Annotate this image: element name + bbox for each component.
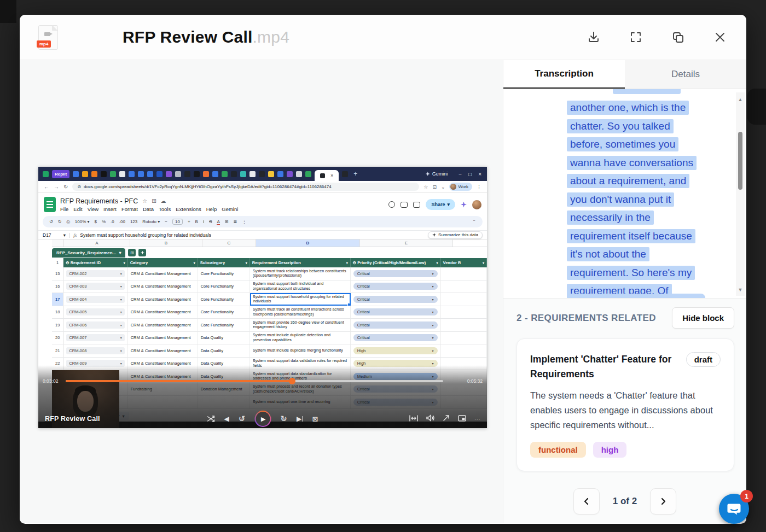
browser-tab-favicon[interactable]: [296, 171, 302, 177]
menu-format[interactable]: Format: [121, 206, 138, 212]
search-tabs-icon[interactable]: ⌄: [441, 184, 445, 190]
browser-tab-favicon[interactable]: [156, 171, 163, 177]
toolbar-item[interactable]: ⎙: [66, 219, 69, 225]
sheet-cell[interactable]: CRM-004▾: [63, 293, 127, 306]
sheet-cell[interactable]: [441, 332, 487, 344]
fit-width-button[interactable]: [409, 414, 418, 424]
copy-button[interactable]: [670, 30, 686, 45]
menu-data[interactable]: Data: [143, 206, 154, 212]
browser-tab-favicon[interactable]: [184, 171, 190, 177]
table-header-cell[interactable]: Requirement Description▾: [250, 258, 351, 267]
sheet-cell[interactable]: System must support household grouping f…: [250, 293, 351, 306]
sheet-cell[interactable]: Core Functionality: [198, 293, 250, 306]
sheets-doc-title[interactable]: RFP Requirements - PFC ☆ ⊞ ☁: [60, 197, 238, 205]
more-options-button[interactable]: ⋯: [474, 416, 480, 423]
sheet-cell[interactable]: Data Quality: [198, 332, 250, 344]
toolbar-item[interactable]: I: [203, 219, 204, 224]
window-controls[interactable]: −□×: [459, 171, 481, 177]
next-button[interactable]: ▶: [297, 415, 303, 423]
browser-tab-favicon[interactable]: [194, 171, 200, 177]
transcript-line[interactable]: about a requirement, and: [567, 172, 713, 191]
transcript-line[interactable]: it's not about the: [567, 245, 713, 264]
toolbar-item[interactable]: A: [217, 219, 219, 225]
sheet-cell[interactable]: Core Functionality: [198, 319, 250, 331]
transcript-line[interactable]: another one, which is the: [567, 99, 713, 118]
browser-tab-favicon[interactable]: [268, 171, 274, 177]
table-header-cell[interactable]: Category▾: [128, 258, 198, 267]
table-header-cell[interactable]: Subcategory▾: [198, 258, 250, 267]
transcript-line[interactable]: you don't wanna put it: [567, 191, 713, 209]
sheet-cell[interactable]: [441, 267, 487, 280]
toolbar-item[interactable]: +: [188, 219, 190, 224]
table-tools-icon[interactable]: ⊞: [128, 249, 136, 256]
sheet-tab[interactable]: RFP_Security_Requiremen...▾: [52, 248, 125, 258]
browser-tab-favicon[interactable]: [91, 171, 97, 177]
menu-insert[interactable]: Insert: [103, 206, 117, 212]
sheet-row[interactable]: 16CRM-003▾CRM & Constituent ManagementCo…: [52, 280, 487, 294]
browser-tab-favicon[interactable]: [147, 171, 153, 177]
tab-details[interactable]: Details: [625, 60, 746, 89]
toolbar-item[interactable]: S: [209, 219, 212, 224]
url-field[interactable]: ⊙ docs.google.com/spreadsheets/d/1VFc2pR…: [72, 183, 419, 191]
browser-tab-favicon[interactable]: [305, 171, 311, 177]
column-header-E[interactable]: E: [360, 239, 453, 247]
browser-tab-favicon[interactable]: [101, 171, 107, 177]
sheet-cell[interactable]: CRM-005▾: [63, 306, 127, 319]
toolbar-item[interactable]: −: [165, 219, 167, 224]
sheet-cell[interactable]: CRM-006▾: [63, 319, 127, 331]
browser-tab-favicon[interactable]: [43, 171, 49, 177]
sheet-row[interactable]: 18CRM-005▾CRM & Constituent ManagementCo…: [52, 306, 487, 319]
browser-tab-favicon[interactable]: [342, 171, 348, 177]
toolbar-item[interactable]: 123: [130, 219, 137, 224]
side-panel-icon[interactable]: ⊡: [432, 184, 437, 190]
star-icon[interactable]: ☆: [142, 198, 147, 204]
prev-card-button[interactable]: [573, 488, 600, 515]
sheet-cell[interactable]: 19: [52, 319, 63, 331]
sheet-cell[interactable]: Core Functionality: [198, 280, 250, 293]
menu-edit[interactable]: Edit: [73, 206, 82, 212]
browser-tab-favicon[interactable]: [73, 171, 79, 177]
play-button[interactable]: ▶: [254, 411, 271, 427]
pip-button[interactable]: [458, 414, 466, 424]
menu-file[interactable]: File: [60, 206, 68, 212]
toolbar-item[interactable]: 10: [172, 219, 183, 225]
toolbar-item[interactable]: .00: [119, 219, 125, 224]
sheet-row[interactable]: 19CRM-006▾CRM & Constituent ManagementCo…: [52, 319, 487, 332]
transcript-line[interactable]: requirement. So here's my: [567, 264, 713, 283]
gemini-chip[interactable]: Gemini: [426, 171, 448, 177]
meet-icon[interactable]: [413, 202, 420, 208]
toolbar-item[interactable]: ⊞: [225, 219, 229, 224]
browser-tab-pill[interactable]: Replit: [52, 170, 69, 178]
browser-tab-favicon[interactable]: [249, 171, 256, 177]
menu-view[interactable]: View: [88, 206, 98, 212]
column-header-C[interactable]: C: [202, 239, 256, 247]
download-button[interactable]: [586, 30, 601, 45]
menu-help[interactable]: Help: [206, 206, 217, 212]
sheet-cell[interactable]: High▾: [351, 344, 441, 357]
sheet-cell[interactable]: Critical▾: [351, 293, 441, 306]
sheet-cell[interactable]: 20: [52, 332, 63, 344]
chat-launcher[interactable]: 1: [719, 494, 749, 524]
cell-reference-box[interactable]: D17▾: [43, 232, 66, 238]
scroll-up-icon[interactable]: ▲: [736, 97, 745, 102]
transcript-panel[interactable]: another one, which is thechatter. So you…: [503, 89, 746, 298]
sheet-cell[interactable]: System must track relationships between …: [250, 267, 351, 280]
table-header-cell[interactable]: ⊖ Priority (Critical/High/Medium/Low)▾: [351, 258, 441, 267]
sheet-cell[interactable]: CRM & Constituent Management: [128, 344, 198, 357]
tab-transcription[interactable]: Transcription: [503, 60, 625, 89]
menu-gemini[interactable]: Gemini: [222, 206, 238, 212]
toolbar-item[interactable]: $: [95, 219, 97, 224]
close-button[interactable]: [712, 30, 728, 45]
browser-tab-favicon[interactable]: [203, 171, 209, 177]
sheet-cell[interactable]: System must track all constituent intera…: [250, 306, 351, 319]
toolbar-item[interactable]: 100% ▾: [75, 219, 90, 224]
toolbar-item[interactable]: .0: [111, 219, 114, 224]
hide-block-button[interactable]: Hide block: [672, 307, 734, 329]
browser-tab-favicon[interactable]: [82, 171, 88, 177]
forward-30-button[interactable]: ↻30: [280, 414, 287, 424]
transcript-line[interactable]: before, sometimes you: [567, 136, 713, 154]
sheet-cell[interactable]: 17: [52, 293, 63, 306]
sheet-cell[interactable]: Critical▾: [351, 319, 441, 331]
previous-button[interactable]: ◀: [224, 415, 229, 423]
sheet-cell[interactable]: CRM-008▾: [63, 344, 127, 357]
